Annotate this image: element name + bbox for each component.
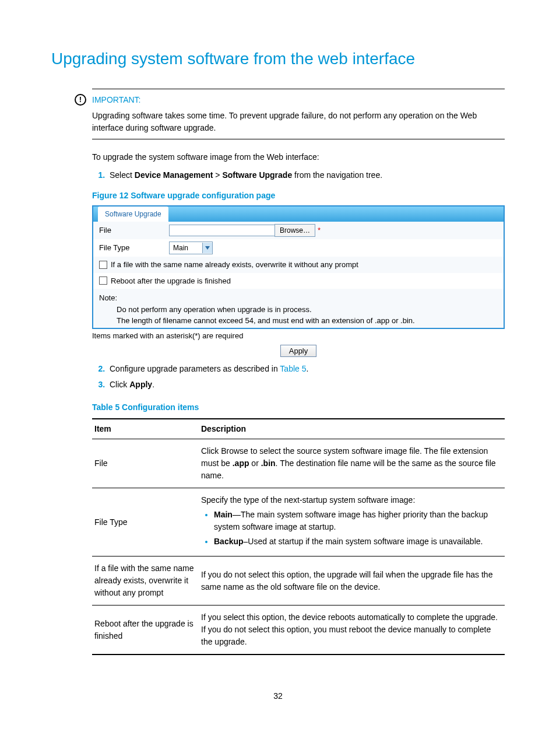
figure-caption: Figure 12 Software upgrade configuration…: [92, 190, 505, 202]
important-icon: !: [75, 94, 86, 106]
table-caption: Table 5 Configuration items: [92, 401, 505, 414]
required-star: *: [318, 225, 321, 236]
reboot-checkbox[interactable]: [99, 276, 107, 285]
table-row: If a file with the same name already exi…: [92, 556, 505, 606]
apply-button[interactable]: Apply: [280, 345, 317, 357]
reboot-label: Reboot after the upgrade is finished: [111, 275, 231, 287]
important-callout: ! IMPORTANT: Upgrading software takes so…: [92, 89, 505, 139]
table-row: File Type Specify the type of the next-s…: [92, 488, 505, 556]
filetype-select[interactable]: Main: [169, 242, 213, 254]
configuration-table: Item Description File Click Browse to se…: [92, 418, 505, 655]
file-label: File: [99, 225, 169, 236]
software-upgrade-form: Software Upgrade File Browse… * File Typ…: [92, 205, 505, 329]
filetype-value: Main: [170, 243, 202, 253]
tab-software-upgrade[interactable]: Software Upgrade: [98, 206, 168, 222]
page-number: 32: [51, 690, 505, 702]
table-5-link[interactable]: Table 5: [280, 364, 306, 373]
overwrite-checkbox[interactable]: [99, 261, 107, 269]
tab-bar: Software Upgrade: [93, 206, 504, 222]
filetype-label: File Type: [99, 242, 169, 254]
step-1: Select Device Management > Software Upgr…: [107, 169, 505, 181]
col-description: Description: [199, 419, 505, 439]
important-text: Upgrading software takes some time. To p…: [92, 110, 505, 134]
step-3: Click Apply.: [107, 379, 505, 391]
important-label: IMPORTANT:: [92, 94, 505, 106]
form-note: Note: Do not perform any operation when …: [93, 289, 504, 328]
table-row: Reboot after the upgrade is finished If …: [92, 606, 505, 655]
file-input[interactable]: [169, 225, 275, 236]
browse-button[interactable]: Browse…: [275, 224, 315, 237]
intro-text: To upgrade the system software image fro…: [92, 151, 505, 163]
required-footer: Items marked with an asterisk(*) are req…: [92, 330, 505, 342]
col-item: Item: [92, 419, 199, 439]
overwrite-label: If a file with the same name already exi…: [111, 259, 358, 271]
table-row: File Click Browse to select the source s…: [92, 439, 505, 488]
chevron-down-icon: [202, 243, 212, 253]
page-title: Upgrading system software from the web i…: [51, 47, 505, 71]
step-2: Configure upgrade parameters as describe…: [107, 363, 505, 375]
